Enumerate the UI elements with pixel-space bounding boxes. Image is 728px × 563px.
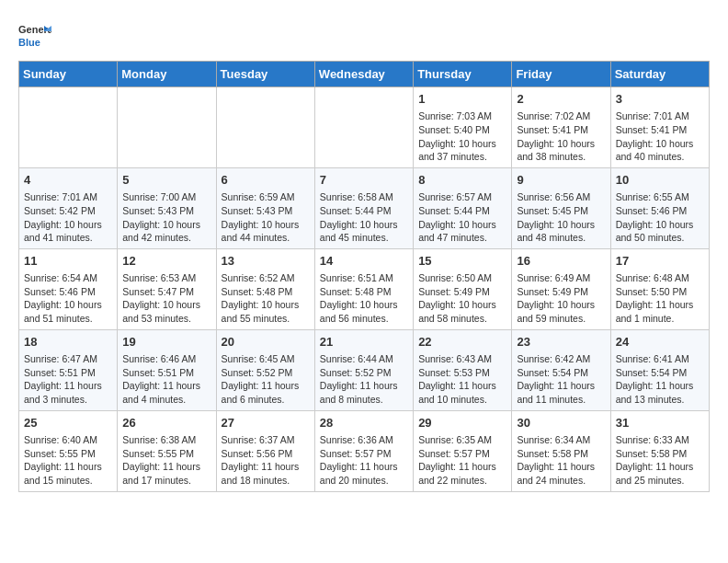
week-row-5: 25Sunrise: 6:40 AMSunset: 5:55 PMDayligh… <box>19 410 710 491</box>
day-info: Sunset: 5:48 PM <box>222 285 310 299</box>
day-info: Sunrise: 6:37 AM <box>222 433 310 447</box>
day-info: Sunset: 5:58 PM <box>517 447 605 461</box>
calendar-cell: 11Sunrise: 6:54 AMSunset: 5:46 PMDayligh… <box>19 248 118 329</box>
day-info: Sunset: 5:46 PM <box>616 204 704 218</box>
day-number: 23 <box>517 334 605 350</box>
day-info: Daylight: 10 hours <box>517 218 605 232</box>
day-info: and 40 minutes. <box>616 150 704 164</box>
day-info: Sunrise: 6:54 AM <box>24 271 112 285</box>
day-info: Sunset: 5:45 PM <box>517 204 605 218</box>
day-info: Sunset: 5:57 PM <box>418 447 506 461</box>
day-info: Sunset: 5:55 PM <box>24 447 112 461</box>
day-info: Daylight: 11 hours <box>122 460 210 474</box>
day-number: 1 <box>418 91 506 108</box>
day-info: Daylight: 11 hours <box>122 379 210 393</box>
calendar-cell: 3Sunrise: 7:01 AMSunset: 5:41 PMDaylight… <box>610 87 709 168</box>
day-info: Daylight: 11 hours <box>616 460 704 474</box>
calendar-cell: 28Sunrise: 6:36 AMSunset: 5:57 PMDayligh… <box>314 410 413 491</box>
day-info: Sunrise: 6:58 AM <box>320 190 408 204</box>
day-number: 6 <box>222 172 310 189</box>
day-number: 8 <box>418 172 506 189</box>
day-info: Sunrise: 6:56 AM <box>517 190 605 204</box>
day-info: Sunset: 5:51 PM <box>24 366 112 380</box>
day-info: Sunrise: 6:41 AM <box>616 352 704 366</box>
calendar-cell <box>216 87 314 168</box>
day-info: Sunrise: 6:34 AM <box>517 433 605 447</box>
day-info: Daylight: 10 hours <box>222 218 310 232</box>
day-info: and 44 minutes. <box>222 231 310 245</box>
day-number: 15 <box>418 253 506 270</box>
day-number: 21 <box>320 334 408 350</box>
day-info: and 10 minutes. <box>418 393 506 407</box>
day-info: and 6 minutes. <box>222 393 310 407</box>
day-info: and 17 minutes. <box>122 474 210 488</box>
day-number: 3 <box>616 91 704 108</box>
calendar-cell: 26Sunrise: 6:38 AMSunset: 5:55 PMDayligh… <box>118 410 216 491</box>
day-info: Daylight: 11 hours <box>616 379 704 393</box>
day-info: Sunrise: 6:59 AM <box>222 190 310 204</box>
calendar-cell: 5Sunrise: 7:00 AMSunset: 5:43 PMDaylight… <box>118 167 216 248</box>
calendar-cell: 15Sunrise: 6:50 AMSunset: 5:49 PMDayligh… <box>414 248 512 329</box>
day-info: and 47 minutes. <box>418 231 506 245</box>
calendar-cell: 13Sunrise: 6:52 AMSunset: 5:48 PMDayligh… <box>216 248 314 329</box>
day-number: 14 <box>320 253 408 270</box>
day-info: Sunrise: 7:03 AM <box>418 109 506 123</box>
week-row-4: 18Sunrise: 6:47 AMSunset: 5:51 PMDayligh… <box>19 329 710 410</box>
week-row-2: 4Sunrise: 7:01 AMSunset: 5:42 PMDaylight… <box>19 167 710 248</box>
day-number: 9 <box>517 172 605 189</box>
day-info: Sunrise: 6:50 AM <box>418 271 506 285</box>
day-info: Daylight: 10 hours <box>222 298 310 312</box>
day-number: 16 <box>517 253 605 270</box>
header-sunday: Sunday <box>19 62 118 87</box>
calendar-cell: 23Sunrise: 6:42 AMSunset: 5:54 PMDayligh… <box>512 329 610 410</box>
day-number: 19 <box>122 334 210 350</box>
day-info: Daylight: 10 hours <box>24 298 112 312</box>
day-info: Daylight: 11 hours <box>418 379 506 393</box>
calendar-cell: 29Sunrise: 6:35 AMSunset: 5:57 PMDayligh… <box>414 410 512 491</box>
calendar-cell: 6Sunrise: 6:59 AMSunset: 5:43 PMDaylight… <box>216 167 314 248</box>
day-info: Sunrise: 6:44 AM <box>320 352 408 366</box>
day-info: and 24 minutes. <box>517 474 605 488</box>
calendar-cell: 30Sunrise: 6:34 AMSunset: 5:58 PMDayligh… <box>512 410 610 491</box>
header-thursday: Thursday <box>414 62 512 87</box>
day-number: 28 <box>320 415 408 431</box>
day-info: and 55 minutes. <box>222 312 310 326</box>
calendar-cell: 2Sunrise: 7:02 AMSunset: 5:41 PMDaylight… <box>512 87 610 168</box>
day-info: and 38 minutes. <box>517 150 605 164</box>
day-info: Daylight: 10 hours <box>122 218 210 232</box>
calendar-cell: 18Sunrise: 6:47 AMSunset: 5:51 PMDayligh… <box>19 329 118 410</box>
header-wednesday: Wednesday <box>314 62 413 87</box>
day-number: 13 <box>222 253 310 270</box>
day-info: Sunset: 5:54 PM <box>517 366 605 380</box>
day-number: 25 <box>24 415 112 431</box>
day-number: 4 <box>24 172 112 189</box>
calendar-cell: 9Sunrise: 6:56 AMSunset: 5:45 PMDaylight… <box>512 167 610 248</box>
day-info: Sunset: 5:51 PM <box>122 366 210 380</box>
day-info: Daylight: 10 hours <box>122 298 210 312</box>
day-info: and 8 minutes. <box>320 393 408 407</box>
day-info: and 51 minutes. <box>24 312 112 326</box>
day-info: Sunrise: 6:42 AM <box>517 352 605 366</box>
day-info: Daylight: 11 hours <box>517 460 605 474</box>
day-info: and 4 minutes. <box>122 393 210 407</box>
day-number: 12 <box>122 253 210 270</box>
day-number: 27 <box>222 415 310 431</box>
day-info: Sunrise: 6:35 AM <box>418 433 506 447</box>
day-number: 26 <box>122 415 210 431</box>
day-info: Daylight: 10 hours <box>517 137 605 151</box>
day-info: Daylight: 10 hours <box>616 218 704 232</box>
day-info: and 15 minutes. <box>24 474 112 488</box>
day-info: Sunset: 5:41 PM <box>616 123 704 137</box>
day-info: Sunrise: 7:02 AM <box>517 109 605 123</box>
day-info: Daylight: 10 hours <box>320 218 408 232</box>
day-info: Daylight: 11 hours <box>616 298 704 312</box>
header-friday: Friday <box>512 62 610 87</box>
day-number: 5 <box>122 172 210 189</box>
day-number: 7 <box>320 172 408 189</box>
day-info: Sunrise: 6:48 AM <box>616 271 704 285</box>
day-number: 17 <box>616 253 704 270</box>
day-info: Daylight: 10 hours <box>320 298 408 312</box>
day-info: Sunset: 5:52 PM <box>222 366 310 380</box>
calendar-cell: 27Sunrise: 6:37 AMSunset: 5:56 PMDayligh… <box>216 410 314 491</box>
day-info: Sunset: 5:40 PM <box>418 123 506 137</box>
